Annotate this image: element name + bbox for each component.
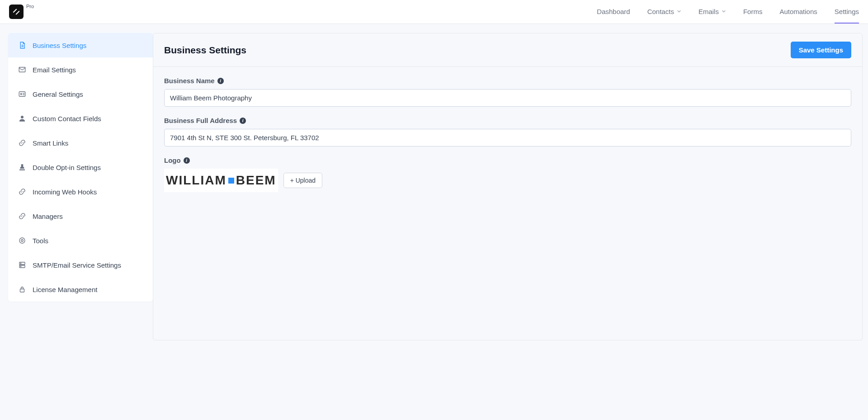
link-icon — [18, 212, 26, 220]
settings-sidebar: Business Settings Email Settings General… — [8, 33, 153, 302]
content-body: Business Name i Business Full Address i … — [153, 67, 862, 212]
svg-point-6 — [21, 240, 24, 242]
field-business-address: Business Full Address i — [164, 117, 851, 146]
sidebar-item-email-settings[interactable]: Email Settings — [8, 57, 153, 82]
svg-rect-11 — [20, 289, 24, 292]
logo-row: WILLIAM BEEM + Upload — [164, 169, 851, 192]
svg-rect-4 — [19, 170, 25, 170]
nav-label: Settings — [835, 8, 859, 15]
svg-point-3 — [21, 116, 24, 118]
field-label: Business Name i — [164, 77, 851, 85]
sidebar-item-managers[interactable]: Managers — [8, 204, 153, 228]
content-panel: Business Settings Save Settings Business… — [153, 33, 863, 340]
sidebar-item-label: Tools — [33, 237, 48, 245]
field-label: Business Full Address i — [164, 117, 851, 124]
page-title: Business Settings — [164, 45, 246, 56]
sidebar-item-business-settings[interactable]: Business Settings — [8, 33, 153, 57]
settings-card-icon — [18, 90, 26, 98]
nav-emails[interactable]: Emails — [698, 0, 726, 24]
brand-logo-icon — [9, 5, 24, 19]
link-icon — [18, 188, 26, 196]
sidebar-item-label: Smart Links — [33, 139, 68, 147]
sidebar-item-tools[interactable]: Tools — [8, 228, 153, 253]
field-logo: Logo i WILLIAM BEEM + Upload — [164, 156, 851, 192]
info-icon[interactable]: i — [240, 118, 246, 124]
link-icon — [18, 139, 26, 147]
sidebar-item-license-management[interactable]: License Management — [8, 277, 153, 302]
sidebar-item-label: Custom Contact Fields — [33, 115, 101, 123]
gear-icon — [18, 236, 26, 245]
svg-point-2 — [20, 94, 22, 95]
nav-label: Dashboard — [597, 8, 630, 15]
sidebar-item-label: SMTP/Email Service Settings — [33, 261, 121, 269]
stamp-icon — [18, 163, 26, 171]
sidebar-item-label: General Settings — [33, 90, 83, 98]
sidebar-item-label: Managers — [33, 212, 63, 220]
nav-label: Contacts — [647, 8, 674, 15]
label-text: Logo — [164, 156, 181, 164]
svg-point-5 — [19, 238, 25, 243]
save-settings-button[interactable]: Save Settings — [791, 42, 851, 58]
logo-text-left: WILLIAM — [166, 173, 226, 188]
sidebar-item-incoming-web-hooks[interactable]: Incoming Web Hooks — [8, 179, 153, 204]
sidebar-item-custom-contact-fields[interactable]: Custom Contact Fields — [8, 106, 153, 131]
logo-image: WILLIAM BEEM — [166, 173, 276, 188]
business-address-input[interactable] — [164, 129, 851, 146]
sidebar-item-general-settings[interactable]: General Settings — [8, 82, 153, 106]
sidebar-item-label: License Management — [33, 286, 97, 293]
svg-point-9 — [20, 263, 21, 264]
field-label: Logo i — [164, 156, 851, 164]
nav-label: Forms — [743, 8, 763, 15]
nav-label: Automations — [779, 8, 817, 15]
info-icon[interactable]: i — [184, 157, 190, 164]
nav-label: Emails — [698, 8, 719, 15]
sidebar-item-label: Incoming Web Hooks — [33, 188, 97, 196]
logo-text-right: BEEM — [236, 173, 276, 188]
info-icon[interactable]: i — [217, 78, 224, 84]
nav-dashboard[interactable]: Dashboard — [597, 0, 630, 24]
chevron-down-icon — [677, 9, 681, 14]
svg-rect-1 — [19, 92, 25, 97]
document-icon — [18, 41, 26, 49]
main-nav: Dashboard Contacts Emails Forms Automati… — [597, 0, 859, 24]
sidebar-item-double-opt-in-settings[interactable]: Double Opt-in Settings — [8, 155, 153, 179]
content-header: Business Settings Save Settings — [153, 33, 862, 67]
envelope-icon — [18, 66, 26, 74]
sidebar-item-label: Double Opt-in Settings — [33, 164, 101, 171]
sidebar-item-label: Email Settings — [33, 66, 76, 74]
chevron-down-icon — [722, 9, 726, 14]
brand-suffix: Pro — [26, 4, 34, 9]
logo-preview: WILLIAM BEEM — [164, 169, 278, 192]
upload-logo-button[interactable]: + Upload — [283, 173, 322, 188]
svg-point-10 — [20, 266, 21, 267]
server-icon — [18, 261, 26, 269]
brand: Pro — [9, 5, 34, 19]
nav-contacts[interactable]: Contacts — [647, 0, 681, 24]
main-content: Business Settings Email Settings General… — [0, 24, 868, 349]
field-business-name: Business Name i — [164, 77, 851, 107]
sidebar-item-smart-links[interactable]: Smart Links — [8, 131, 153, 155]
nav-settings[interactable]: Settings — [835, 0, 859, 24]
label-text: Business Name — [164, 77, 215, 85]
lock-icon — [18, 285, 26, 293]
label-text: Business Full Address — [164, 117, 237, 124]
nav-forms[interactable]: Forms — [743, 0, 763, 24]
top-bar: Pro Dashboard Contacts Emails Forms Auto… — [0, 0, 868, 24]
person-icon — [18, 114, 26, 123]
sidebar-item-label: Business Settings — [33, 42, 86, 49]
business-name-input[interactable] — [164, 89, 851, 107]
logo-square-icon — [228, 178, 234, 184]
sidebar-item-smtp-email-service-settings[interactable]: SMTP/Email Service Settings — [8, 253, 153, 277]
nav-automations[interactable]: Automations — [779, 0, 817, 24]
